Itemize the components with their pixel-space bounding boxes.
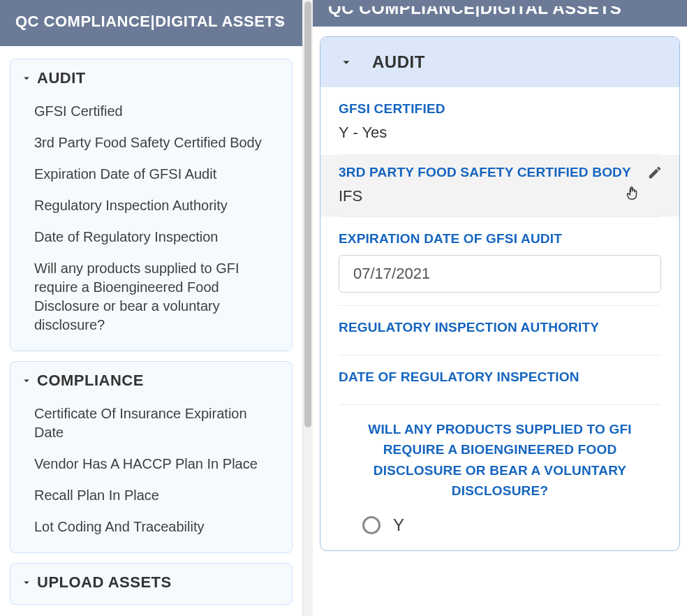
field-reg-date: DATE OF REGULATORY INSPECTION <box>320 355 679 405</box>
chevron-down-icon <box>20 374 33 387</box>
nav-item[interactable]: Lot Coding And Traceability <box>16 511 286 543</box>
field-label: DATE OF REGULATORY INSPECTION <box>339 369 661 385</box>
field-label: WILL ANY PRODUCTS SUPPLIED TO GFI REQUIR… <box>339 419 661 501</box>
nav-item[interactable]: Will any products supplied to GFI requir… <box>16 253 286 341</box>
left-header[interactable]: QC COMPLIANCE|DIGITAL ASSETS <box>0 0 302 46</box>
field-label: EXPIRATION DATE OF GFSI AUDIT <box>339 231 661 247</box>
nav-item[interactable]: Regulatory Inspection Authority <box>16 190 286 221</box>
chevron-down-icon <box>20 72 33 85</box>
vertical-scrollbar[interactable] <box>303 0 313 616</box>
right-panel: QC COMPLIANCE|DIGITAL ASSETS AUDIT GFSI … <box>313 0 687 616</box>
right-header-title: QC COMPLIANCE|DIGITAL ASSETS <box>328 0 672 17</box>
form-area: AUDIT GFSI CERTIFIED Y - Yes 3RD PARTY F… <box>313 27 687 565</box>
nav-section-audit: AUDIT GFSI Certified 3rd Party Food Safe… <box>10 59 293 351</box>
field-value: IFS <box>339 180 661 205</box>
field-label: REGULATORY INSPECTION AUTHORITY <box>339 320 661 335</box>
nav-section-title: UPLOAD ASSETS <box>37 573 172 592</box>
nav-item[interactable]: Vendor Has A HACCP Plan In Place <box>16 448 286 480</box>
nav-section-head-audit[interactable]: AUDIT <box>10 59 292 93</box>
scrollbar-thumb[interactable] <box>304 1 311 427</box>
chevron-down-icon <box>339 54 354 70</box>
field-value <box>339 385 661 392</box>
field-reg-authority: REGULATORY INSPECTION AUTHORITY <box>320 306 679 355</box>
nav-item[interactable]: 3rd Party Food Safety Certified Body <box>16 127 286 159</box>
nav-item[interactable]: Expiration Date of GFSI Audit <box>16 159 286 190</box>
field-label: 3RD PARTY FOOD SAFETY CERTIFIED BODY <box>339 165 661 180</box>
right-header: QC COMPLIANCE|DIGITAL ASSETS <box>313 0 687 27</box>
left-panel: QC COMPLIANCE|DIGITAL ASSETS AUDIT GFSI … <box>0 0 303 616</box>
form-section-title: AUDIT <box>372 52 425 72</box>
expiration-date-input[interactable] <box>339 255 661 293</box>
field-third-party-body[interactable]: 3RD PARTY FOOD SAFETY CERTIFIED BODY IFS <box>320 155 679 217</box>
field-value: Y - Yes <box>339 117 661 142</box>
pencil-icon[interactable] <box>647 165 663 183</box>
field-gfsi-certified: GFSI CERTIFIED Y - Yes <box>320 87 679 155</box>
nav-body: AUDIT GFSI Certified 3rd Party Food Safe… <box>0 46 302 613</box>
nav-section-title: AUDIT <box>37 69 86 87</box>
nav-section-title: COMPLIANCE <box>37 372 144 390</box>
nav-item[interactable]: GFSI Certified <box>16 96 286 127</box>
form-section-head[interactable]: AUDIT <box>320 37 679 87</box>
nav-section-head-upload[interactable]: UPLOAD ASSETS <box>10 564 292 604</box>
field-label: GFSI CERTIFIED <box>339 101 661 117</box>
nav-item[interactable]: Date of Regulatory Inspection <box>16 221 286 253</box>
form-card: AUDIT GFSI CERTIFIED Y - Yes 3RD PARTY F… <box>320 36 680 551</box>
field-expiration-date: EXPIRATION DATE OF GFSI AUDIT <box>320 217 679 306</box>
nav-section-head-compliance[interactable]: COMPLIANCE <box>10 362 292 395</box>
chevron-down-icon[interactable] <box>273 15 287 34</box>
chevron-down-icon <box>20 576 33 589</box>
nav-item[interactable]: Certificate Of Insurance Expiration Date <box>16 398 286 448</box>
field-value <box>339 335 661 342</box>
nav-section-compliance: COMPLIANCE Certificate Of Insurance Expi… <box>10 361 293 553</box>
field-bioengineered: WILL ANY PRODUCTS SUPPLIED TO GFI REQUIR… <box>320 405 679 550</box>
radio-option[interactable]: Y <box>339 501 661 535</box>
left-header-title: QC COMPLIANCE|DIGITAL ASSETS <box>15 13 285 30</box>
radio-label: Y <box>393 515 404 535</box>
nav-section-upload-assets: UPLOAD ASSETS <box>10 563 293 605</box>
nav-item[interactable]: Recall Plan In Place <box>16 480 286 511</box>
radio-icon[interactable] <box>362 516 381 534</box>
